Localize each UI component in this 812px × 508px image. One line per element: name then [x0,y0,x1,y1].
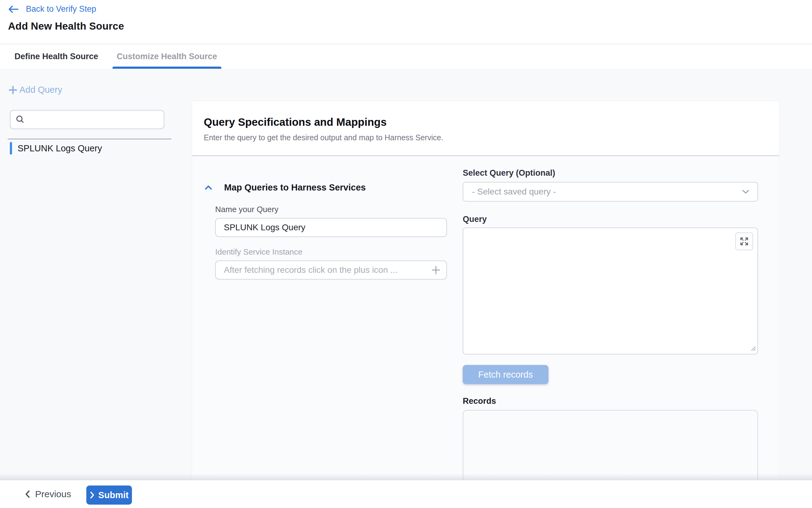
records-label: Records [463,396,496,406]
expand-icon [739,237,749,246]
select-saved-query-dropdown[interactable]: - Select saved query - [463,182,758,202]
tab-define-health-source[interactable]: Define Health Source [10,44,103,69]
panel-title: Query Specifications and Mappings [204,116,387,128]
panel-body: Map Queries to Harness Services Name you… [192,156,779,480]
service-instance-plus-button[interactable] [430,264,441,276]
page-title: Add New Health Source [8,20,124,32]
search-input[interactable] [29,115,159,125]
service-instance-field [215,260,447,280]
name-your-query-label: Name your Query [215,205,279,214]
back-to-verify-link[interactable]: Back to Verify Step [8,4,96,14]
chevron-down-icon [741,189,750,195]
page-header: Back to Verify Step Add New Health Sourc… [0,0,812,44]
submit-label: Submit [98,490,129,500]
fetch-records-button[interactable]: Fetch records [463,365,548,384]
previous-button[interactable]: Previous [25,489,71,499]
chevron-up-icon [204,185,212,190]
tab-bar: Define Health Source Customize Health So… [0,44,812,69]
panel-subtitle: Enter the query to get the desired outpu… [204,133,443,142]
previous-label: Previous [35,489,71,499]
arrow-left-icon [8,5,19,13]
query-label: Query [463,215,487,224]
query-item-label: SPLUNK Logs Query [17,143,102,154]
textarea-resize-handle[interactable] [750,345,756,352]
plus-icon [431,265,441,275]
chevron-right-icon [90,491,95,499]
panel-header: Query Specifications and Mappings Enter … [192,101,779,155]
query-name-input[interactable] [215,218,447,237]
add-query-label: Add Query [19,85,62,95]
identify-service-instance-label: Identify Service Instance [215,247,302,257]
selected-item-bar [10,142,12,155]
chevron-left-icon [25,490,30,499]
query-list-item-splunk-logs[interactable]: SPLUNK Logs Query [10,141,164,155]
tab-customize-health-source[interactable]: Customize Health Source [113,44,222,69]
map-queries-section-title: Map Queries to Harness Services [224,182,366,193]
plus-icon [8,85,17,95]
footer-bar: Previous Submit [0,480,812,508]
content-area: Add Query SPLUNK Logs Query Query Specif… [0,69,812,480]
query-textarea-container[interactable] [463,227,758,354]
select-query-placeholder: - Select saved query - [472,187,741,197]
add-query-button[interactable]: Add Query [8,85,62,95]
service-instance-input[interactable] [215,260,447,280]
expand-query-button[interactable] [735,232,753,250]
query-search-box [10,110,164,129]
search-icon [15,115,25,124]
records-box [463,410,758,480]
select-query-label: Select Query (Optional) [463,168,555,178]
map-queries-section-toggle[interactable]: Map Queries to Harness Services [204,182,366,193]
sidebar-divider [8,139,171,139]
query-specifications-panel: Query Specifications and Mappings Enter … [192,101,779,480]
back-link-label: Back to Verify Step [26,4,96,14]
submit-button[interactable]: Submit [86,485,132,505]
